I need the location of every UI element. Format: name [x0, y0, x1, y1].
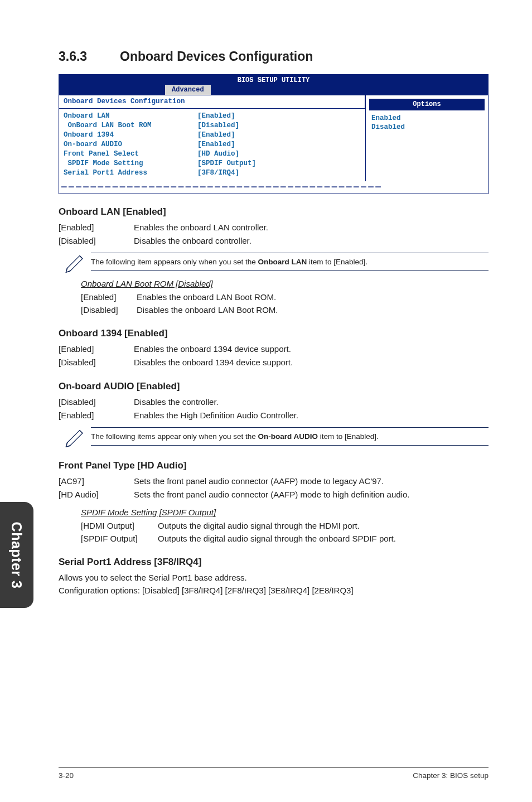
- bios-settings-list: Onboard LAN[Enabled] OnBoard LAN Boot RO…: [59, 109, 365, 181]
- option-desc: Disables the onboard 1394 device support…: [134, 356, 293, 369]
- option-key: [Disabled]: [59, 396, 134, 408]
- section-heading: 3.6.3Onboard Devices Configuration: [59, 49, 489, 64]
- option-desc: Outputs the digital audio signal through…: [158, 533, 396, 544]
- note-text: The following items appear only when you…: [91, 432, 489, 441]
- bios-option: Enabled: [371, 114, 482, 123]
- subsection-title: Front Panel Type [HD Audio]: [59, 460, 489, 471]
- bios-row: Serial Port1 Address[3F8/IRQ4]: [64, 168, 361, 178]
- option-key: [HDMI Output]: [81, 520, 158, 532]
- option-desc: Enables the onboard LAN controller.: [134, 221, 268, 234]
- sub-setting-title: Onboard LAN Boot ROM [Disabled]: [81, 279, 489, 288]
- subsection-title: Onboard 1394 [Enabled]: [59, 328, 489, 339]
- note-text: The following item appears only when you…: [91, 258, 489, 266]
- subsection-title: Onboard LAN [Enabled]: [59, 206, 489, 218]
- note-icon: [63, 424, 86, 448]
- page-number: 3-20: [59, 771, 74, 780]
- option-key: [HD Audio]: [59, 489, 134, 501]
- option-key: [Enabled]: [59, 343, 134, 355]
- note-icon: [63, 250, 86, 273]
- option-key: [Enabled]: [81, 291, 137, 303]
- subsection-title: Serial Port1 Address [3F8/IRQ4]: [59, 557, 489, 568]
- option-desc: Disables the controller.: [134, 396, 219, 408]
- bios-option: Disabled: [371, 123, 482, 132]
- bios-divider: ————————————————————————————————————————…: [59, 181, 488, 194]
- bios-options-header: Options: [369, 99, 485, 110]
- option-desc: Outputs the digital audio signal through…: [158, 520, 360, 532]
- page-footer: 3-20 Chapter 3: BIOS setup: [59, 767, 489, 780]
- paragraph: Allows you to select the Serial Port1 ba…: [59, 572, 489, 583]
- option-key: [SPDIF Output]: [81, 533, 158, 544]
- bios-panel: BIOS SETUP UTILITY Advanced Onboard Devi…: [59, 74, 489, 194]
- bios-row: OnBoard LAN Boot ROM[Disabled]: [64, 121, 361, 131]
- option-desc: Sets the front panel audio connector (AA…: [134, 489, 409, 501]
- divider: [91, 445, 489, 446]
- option-key: [Disabled]: [59, 356, 134, 369]
- option-key: [Enabled]: [59, 409, 134, 422]
- option-desc: Enables the onboard LAN Boot ROM.: [137, 291, 276, 303]
- option-desc: Enables the High Definition Audio Contro…: [134, 409, 298, 422]
- bios-row: On-board AUDIO[Enabled]: [64, 140, 361, 149]
- bios-row: SPDIF Mode Setting[SPDIF Output]: [64, 159, 361, 168]
- section-number: 3.6.3: [59, 49, 120, 64]
- bios-row: Front Panel Select[HD Audio]: [64, 149, 361, 159]
- option-desc: Disables the onboard LAN Boot ROM.: [137, 304, 278, 316]
- option-key: [Enabled]: [59, 221, 134, 234]
- chapter-side-label: Chapter 3: [9, 521, 25, 588]
- section-title: Onboard Devices Configuration: [120, 49, 313, 64]
- bios-tabrow: Advanced: [59, 85, 488, 95]
- bios-row: Onboard 1394[Enabled]: [64, 131, 361, 140]
- bios-group-title: Onboard Devices Configuration: [59, 95, 365, 109]
- bios-tab-advanced: Advanced: [165, 85, 211, 95]
- option-desc: Disables the onboard controller.: [134, 235, 252, 247]
- bios-title: BIOS SETUP UTILITY: [59, 75, 488, 85]
- option-desc: Sets the front panel audio connector (AA…: [134, 475, 384, 487]
- paragraph: Configuration options: [Disabled] [3F8/I…: [59, 584, 489, 596]
- divider: [91, 253, 489, 253]
- sub-setting-title: SPDIF Mode Setting [SPDIF Output]: [81, 508, 489, 517]
- bios-row: Onboard LAN[Enabled]: [64, 112, 361, 121]
- chapter-side-tab: Chapter 3: [0, 502, 33, 608]
- subsection-title: On-board AUDIO [Enabled]: [59, 381, 489, 392]
- option-key: [Disabled]: [59, 235, 134, 247]
- option-key: [Disabled]: [81, 304, 137, 316]
- option-desc: Enables the onboard 1394 device support.: [134, 343, 291, 355]
- bios-options-panel: Options Enabled Disabled: [365, 95, 488, 181]
- divider: [91, 270, 489, 271]
- footer-title: Chapter 3: BIOS setup: [413, 771, 489, 780]
- option-key: [AC97]: [59, 475, 134, 487]
- divider: [91, 427, 489, 428]
